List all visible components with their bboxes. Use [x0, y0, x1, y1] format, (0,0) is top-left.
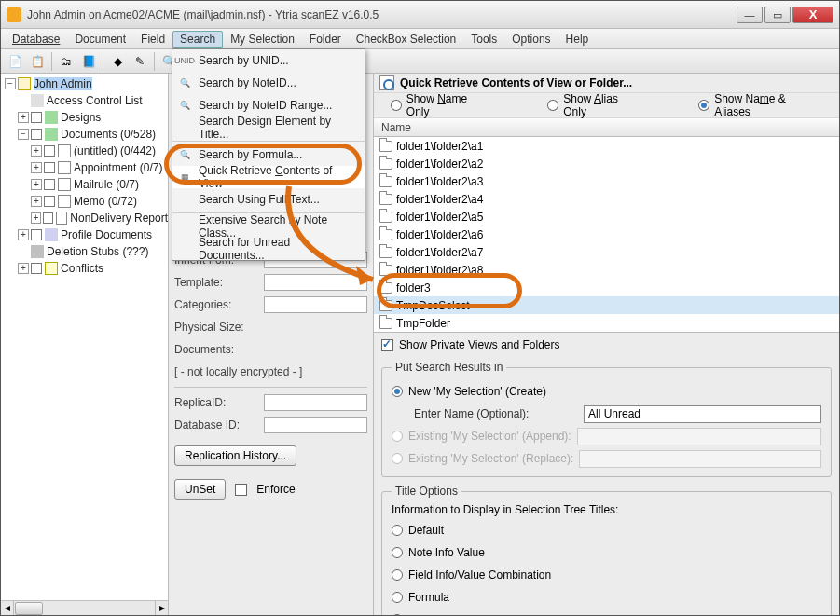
dd-search-unread[interactable]: Search for Unread Documents...: [172, 238, 365, 260]
menu-tools[interactable]: Tools: [463, 31, 504, 48]
tree-untitled[interactable]: +(untitled) (0/442): [1, 143, 168, 159]
folder-icon: [56, 212, 68, 225]
folder-icon: [58, 161, 71, 174]
show-private-label: Show Private Views and Folders: [399, 338, 560, 351]
titlebar: John Admin on Acme02/ACME (mail\jadmin.n…: [1, 1, 839, 29]
radio-fieldinfo[interactable]: [392, 569, 403, 581]
tree-memo[interactable]: +Memo (0/72): [1, 193, 168, 210]
panel-title: Quick Retrieve Contents of View or Folde…: [400, 76, 632, 89]
tree-profile[interactable]: +Profile Documents: [1, 226, 168, 243]
menu-help[interactable]: Help: [558, 31, 597, 48]
folder-icon: [379, 247, 392, 258]
radio-alias-only[interactable]: Show Alias Only: [547, 92, 642, 118]
radio-name-aliases[interactable]: Show Name & Aliases: [698, 92, 822, 118]
prop-categories-input[interactable]: [264, 296, 367, 313]
radio-name-only[interactable]: Show Name Only: [391, 92, 491, 118]
menu-document[interactable]: Document: [67, 31, 133, 48]
list-item[interactable]: folder1\folder2\a1: [374, 137, 839, 155]
tree-mailrule[interactable]: +Mailrule (0/7): [1, 176, 168, 193]
prop-template-input[interactable]: [264, 274, 367, 291]
dd-search-unid[interactable]: UNIDSearch by UNID...: [172, 49, 365, 72]
folder-icon: [379, 176, 392, 187]
folder-icon: [379, 141, 392, 152]
radio-viewfolder[interactable]: [392, 614, 403, 615]
tree-conflicts[interactable]: +Conflicts: [1, 260, 168, 277]
folder-icon: [379, 265, 392, 276]
tree-acl[interactable]: Access Control List: [1, 92, 168, 109]
menu-options[interactable]: Options: [504, 31, 558, 48]
list-item-selected[interactable]: TmpDocSelect: [374, 296, 839, 314]
search-icon: [379, 75, 394, 90]
tree-root[interactable]: −John Admin: [1, 75, 168, 92]
folder-icon: [379, 282, 392, 294]
menu-database[interactable]: Database: [5, 31, 67, 48]
dd-quick-retrieve[interactable]: ▦Quick Retrieve Contents of View: [172, 166, 365, 188]
replace-input: [579, 450, 821, 468]
prop-replica-label: ReplicaID:: [174, 396, 264, 409]
list-item[interactable]: folder1\folder2\a6: [374, 226, 839, 243]
tree-documents[interactable]: −Documents (0/528): [1, 126, 168, 143]
dd-extensive-search[interactable]: Extensive Search by Note Class...: [172, 215, 365, 238]
prop-dbid-input[interactable]: [264, 417, 367, 433]
tree-appointment[interactable]: +Appointment (0/7): [1, 159, 168, 176]
quick-retrieve-pane: Quick Retrieve Contents of View or Folde…: [374, 74, 839, 615]
list-header-name[interactable]: Name: [374, 118, 839, 137]
prop-replica-input[interactable]: [264, 394, 367, 411]
list-item[interactable]: folder1\folder2\a8: [374, 261, 839, 279]
enter-name-input[interactable]: [584, 405, 821, 423]
tree-stubs[interactable]: Deletion Stubs (???): [1, 243, 168, 260]
lock-icon: [31, 94, 44, 107]
designs-icon: [45, 111, 58, 124]
list-item[interactable]: TmpFolder: [374, 314, 839, 332]
title-options-group: Title Options Information to Display in …: [381, 485, 832, 615]
menu-search[interactable]: Search: [172, 31, 223, 48]
enforce-checkbox[interactable]: [235, 484, 247, 496]
folder-list: folder1\folder2\a1 folder1\folder2\a2 fo…: [374, 137, 839, 333]
list-item[interactable]: folder1\folder2\a4: [374, 190, 839, 208]
minimize-button[interactable]: —: [737, 7, 763, 23]
maximize-button[interactable]: ▭: [764, 7, 791, 23]
list-item[interactable]: folder1\folder2\a2: [374, 155, 839, 172]
profile-icon: [45, 228, 58, 241]
unset-button[interactable]: UnSet: [174, 479, 226, 500]
toolbar: 📄 📋 🗂 📘 ◆ ✎ 🔍 🔎 🔍: [1, 49, 839, 74]
radio-formula[interactable]: [392, 592, 403, 603]
dd-search-design[interactable]: Search Design Element by Title...: [172, 116, 365, 139]
menu-checkbox[interactable]: CheckBox Selection: [349, 31, 463, 48]
show-private-checkbox[interactable]: [381, 339, 393, 351]
enforce-label: Enforce: [256, 483, 295, 496]
menu-field[interactable]: Field: [133, 31, 172, 48]
list-item[interactable]: folder1\folder2\a3: [374, 172, 839, 190]
menu-folder[interactable]: Folder: [302, 31, 349, 48]
menu-myselection[interactable]: My Selection: [223, 31, 302, 48]
dd-search-fulltext[interactable]: Search Using Full Text...: [172, 188, 365, 211]
list-item[interactable]: folder1\folder2\a5: [374, 208, 839, 226]
dd-search-noteid[interactable]: 🔍Search by NoteID...: [172, 72, 365, 94]
dd-search-noteid-range[interactable]: 🔍Search by NoteID Range...: [172, 94, 365, 116]
menubar: Database Document Field Search My Select…: [1, 29, 839, 49]
replication-history-button[interactable]: Replication History...: [174, 445, 296, 466]
radio-new-selection[interactable]: [392, 386, 403, 397]
folder-icon: [58, 144, 71, 157]
database-icon: [18, 77, 31, 90]
tree-designs[interactable]: +Designs: [1, 109, 168, 126]
prop-physical-label: Physical Size:: [174, 321, 264, 334]
tool-2[interactable]: 📋: [27, 51, 48, 72]
tool-1[interactable]: 📄: [5, 51, 25, 72]
tree-pane: −John Admin Access Control List +Designs…: [1, 74, 169, 615]
list-item[interactable]: folder3: [374, 279, 839, 296]
tool-5[interactable]: ◆: [107, 51, 128, 72]
close-button[interactable]: X: [792, 7, 833, 23]
dd-search-formula[interactable]: 🔍Search by Formula...: [172, 144, 365, 166]
prop-dbid-label: Database ID:: [174, 418, 264, 431]
tool-3[interactable]: 🗂: [56, 51, 76, 72]
tool-4[interactable]: 📘: [78, 51, 99, 72]
radio-default[interactable]: [392, 525, 403, 536]
tree-nondelivery[interactable]: +NonDelivery Report: [1, 210, 168, 226]
radio-noteinfo[interactable]: [392, 547, 403, 558]
list-item[interactable]: folder1\folder2\a7: [374, 243, 839, 261]
put-results-group: Put Search Results in New 'My Selection'…: [381, 361, 832, 477]
info-display-label: Information to Display in Selection Tree…: [392, 503, 821, 516]
folder-icon: [379, 158, 392, 170]
tool-6[interactable]: ✎: [130, 51, 150, 72]
